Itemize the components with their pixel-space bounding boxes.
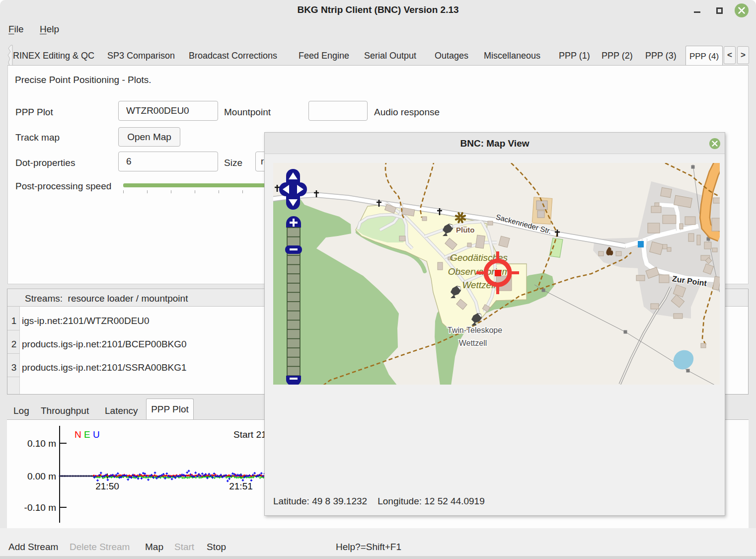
svg-text:Wettzell: Wettzell	[459, 339, 487, 347]
svg-text:N E U: N E U	[75, 429, 100, 440]
svg-text:Start 21: Start 21	[233, 429, 267, 440]
svg-text:0.10 m: 0.10 m	[27, 438, 56, 449]
svg-text:Pluto: Pluto	[456, 226, 475, 234]
svg-text:Twin-Teleskope: Twin-Teleskope	[448, 326, 502, 334]
svg-text:21:51: 21:51	[229, 481, 253, 491]
svg-text:-0.10 m: -0.10 m	[24, 502, 56, 513]
svg-text:0.00 m: 0.00 m	[27, 471, 56, 481]
svg-text:21:50: 21:50	[95, 481, 119, 491]
